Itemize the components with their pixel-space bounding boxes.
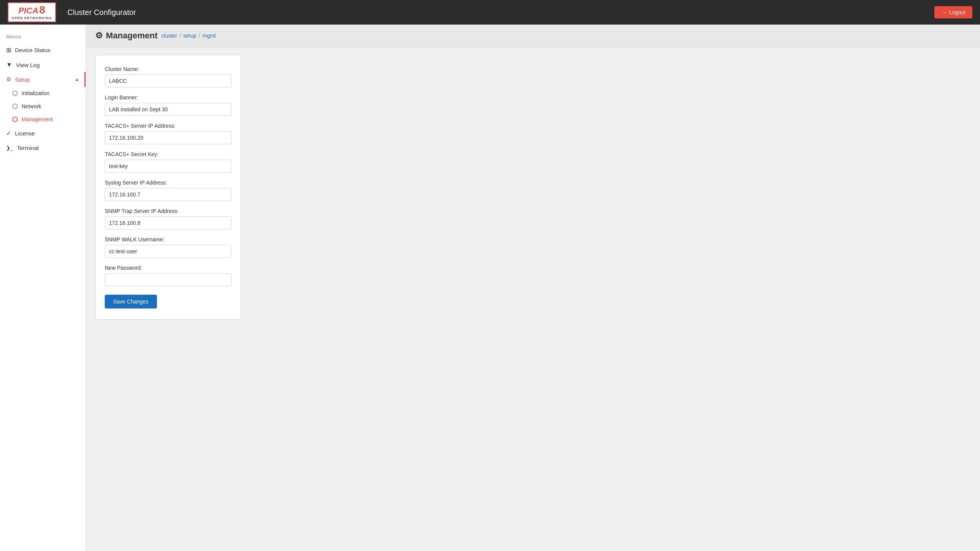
breadcrumb: cluster / setup / mgmt [161,33,216,39]
sidebar-group-setup: ⚙ Setup ▲ Initialization Network [0,72,86,126]
sidebar-item-terminal[interactable]: ❯_ Terminal [0,141,86,155]
circle-icon [12,91,18,96]
page-title-group: ⚙ Management [95,31,157,41]
tacacs-key-group: TACACS+ Secret Key: [105,151,231,173]
cluster-name-input[interactable] [105,74,231,87]
logo-8: 8 [39,5,45,15]
breadcrumb-sep-1: / [180,33,181,39]
breadcrumb-setup[interactable]: setup [183,33,196,39]
view-log-icon: ▼ [6,61,12,68]
terminal-icon: ❯_ [6,145,13,151]
cluster-name-group: Cluster Name: [105,66,231,87]
syslog-ip-group: Syslog Server IP Address: [105,180,231,201]
sidebar-item-license[interactable]: ✓ License [0,126,86,141]
tacacs-ip-group: TACACS+ Server IP Address: [105,123,231,144]
circle-icon [12,104,18,109]
setup-subitems: Initialization Network Management [0,87,86,126]
logo-pica: PICA [18,7,39,15]
tacacs-key-label: TACACS+ Secret Key: [105,151,231,157]
syslog-ip-input[interactable] [105,188,231,201]
license-icon: ✓ [6,130,11,137]
sidebar-item-label: Initialization [21,90,49,96]
snmp-walk-input[interactable] [105,245,231,258]
snmp-walk-group: SNMP WALK Username: [105,236,231,258]
sidebar-item-label: Network [21,103,41,109]
tacacs-key-input[interactable] [105,160,231,173]
sidebar-item-initialization[interactable]: Initialization [6,87,86,100]
sidebar-item-label: Management [21,116,53,122]
snmp-trap-group: SNMP Trap Server IP Address: [105,208,231,229]
sidebar-item-label: Device Status [15,47,51,53]
page-header: ⚙ Management cluster / setup / mgmt [86,25,980,47]
active-bar [84,72,86,87]
snmp-trap-input[interactable] [105,216,231,229]
snmp-walk-label: SNMP WALK Username: [105,236,231,243]
new-password-label: New Password: [105,265,231,271]
sidebar-item-device-status[interactable]: ⊞ Device Status [0,43,86,58]
logout-button[interactable]: → Logout [934,6,972,18]
new-password-group: New Password: [105,265,231,286]
circle-icon-active [12,117,18,122]
tacacs-ip-input[interactable] [105,131,231,144]
sidebar-item-view-log[interactable]: ▼ View Log [0,58,86,72]
app-title: Cluster Configurator [68,8,136,17]
breadcrumb-sep-2: / [199,33,200,39]
logout-icon: → [941,9,947,15]
tacacs-ip-label: TACACS+ Server IP Address: [105,123,231,129]
login-banner-group: Login Banner: [105,94,231,116]
sidebar-item-label: Setup [15,76,30,83]
sidebar-item-label: View Log [16,62,40,68]
main-content: ⚙ Management cluster / setup / mgmt Clus… [86,25,980,551]
sidebar-item-management[interactable]: Management [6,113,86,126]
chevron-up-icon: ▲ [75,77,79,82]
sidebar-item-network[interactable]: Network [6,100,86,113]
snmp-trap-label: SNMP Trap Server IP Address: [105,208,231,214]
management-form-card: Cluster Name: Login Banner: TACACS+ Serv… [95,55,241,320]
breadcrumb-mgmt[interactable]: mgmt [203,33,216,39]
app-layout: Menus ⊞ Device Status ▼ View Log ⚙ Setup… [0,25,980,551]
breadcrumb-cluster[interactable]: cluster [161,33,177,39]
navbar: PICA 8 OPEN NETWORKING Cluster Configura… [0,0,980,25]
login-banner-input[interactable] [105,103,231,116]
cluster-name-label: Cluster Name: [105,66,231,72]
sidebar-item-setup[interactable]: ⚙ Setup ▲ [0,72,86,87]
sidebar-item-label: Terminal [17,145,39,151]
logo-sub: OPEN NETWORKING [12,16,52,20]
syslog-ip-label: Syslog Server IP Address: [105,180,231,186]
logo: PICA 8 OPEN NETWORKING [8,2,56,22]
new-password-input[interactable] [105,273,231,286]
sidebar-item-label: License [15,130,35,137]
login-banner-label: Login Banner: [105,94,231,101]
sidebar: Menus ⊞ Device Status ▼ View Log ⚙ Setup… [0,25,86,551]
menus-label: Menus [0,31,86,43]
page-title: Management [106,31,157,41]
save-changes-button[interactable]: Save Changes [105,295,157,308]
management-gear-icon: ⚙ [95,31,103,41]
device-status-icon: ⊞ [6,46,11,54]
setup-icon: ⚙ [6,76,11,83]
